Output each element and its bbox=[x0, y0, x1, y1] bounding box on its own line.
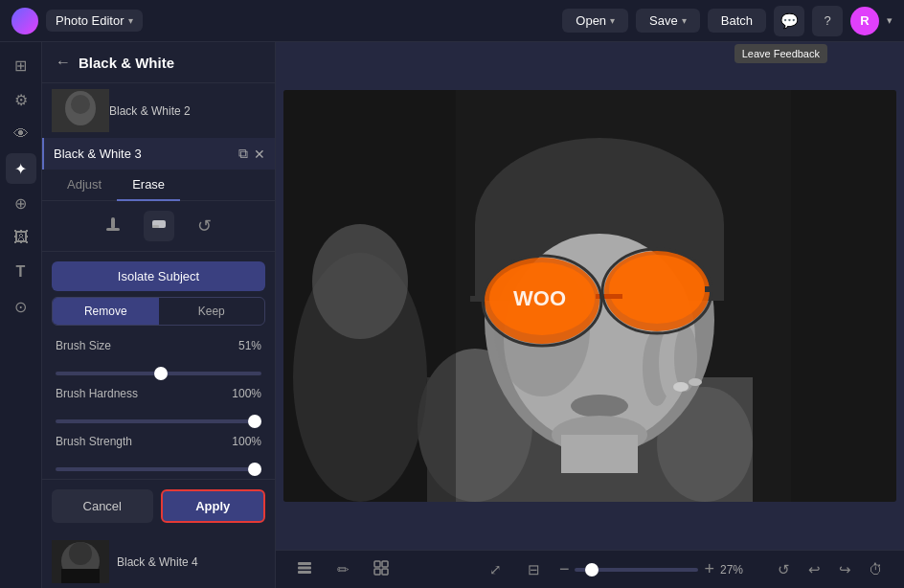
remove-button[interactable]: Remove bbox=[53, 298, 159, 325]
grid-bottom-icon bbox=[373, 559, 390, 579]
eye-tool-button[interactable]: 👁 bbox=[6, 119, 36, 149]
erase-toolbar: ↺ bbox=[42, 201, 275, 252]
zoom-in-icon: + bbox=[704, 559, 714, 578]
avatar-label: R bbox=[860, 13, 869, 28]
isolate-subject-button[interactable]: Isolate Subject bbox=[52, 261, 265, 291]
tab-adjust[interactable]: Adjust bbox=[52, 170, 117, 201]
tab-erase[interactable]: Erase bbox=[117, 170, 180, 201]
copy-icon: ⧉ bbox=[238, 146, 248, 161]
help-icon: ? bbox=[824, 13, 830, 28]
svg-rect-44 bbox=[298, 562, 311, 565]
history-icon: ⏱ bbox=[869, 561, 883, 577]
leave-feedback-tooltip: Leave Feedback bbox=[734, 44, 827, 63]
image-icon: 🖼 bbox=[13, 229, 29, 246]
fit-icon: ⤢ bbox=[489, 561, 502, 578]
layer-label-bw4: Black & White 4 bbox=[117, 555, 198, 569]
brush-strength-slider[interactable] bbox=[56, 467, 261, 471]
edit-bottom-button[interactable]: ✏ bbox=[329, 556, 356, 583]
remove-keep-row: Remove Keep bbox=[52, 297, 265, 326]
main-area: ⊞ ⚙ 👁 ✦ ⊕ 🖼 T ⊙ ← Black & White bbox=[0, 42, 904, 588]
brush-size-value: 51% bbox=[227, 339, 261, 352]
reset-erase-button[interactable]: ↺ bbox=[190, 211, 220, 241]
panel-scroll[interactable]: Black & White 2 Black & White 3 ⧉ ✕ Adju… bbox=[42, 83, 275, 588]
back-icon: ← bbox=[56, 54, 71, 70]
brush-strength-control: Brush Strength 100% bbox=[56, 435, 261, 475]
more-icon: ⊙ bbox=[14, 298, 27, 316]
redo-icon: ↪ bbox=[839, 561, 851, 578]
effects-icon: ✦ bbox=[14, 160, 27, 178]
layers-bottom-button[interactable] bbox=[291, 556, 318, 583]
refresh-icon: ↺ bbox=[778, 561, 790, 578]
svg-rect-6 bbox=[152, 225, 159, 228]
copy-filter-button[interactable]: ⧉ bbox=[238, 146, 248, 162]
svg-rect-43 bbox=[298, 567, 311, 570]
chat-button[interactable]: 💬 bbox=[774, 6, 804, 36]
back-button[interactable]: ← bbox=[56, 54, 71, 71]
help-button[interactable]: ? bbox=[812, 6, 843, 36]
history-button[interactable]: ⏱ bbox=[862, 556, 889, 583]
side-panel: ← Black & White Black & White 2 Black & … bbox=[42, 42, 276, 588]
action-row: Cancel Apply bbox=[42, 479, 275, 532]
svg-rect-34 bbox=[705, 286, 724, 292]
text-tool-button[interactable]: T bbox=[6, 257, 36, 287]
refresh-button[interactable]: ↺ bbox=[770, 556, 797, 583]
crop-fit-icon: ⊟ bbox=[528, 561, 540, 578]
zoom-out-button[interactable]: − bbox=[559, 559, 570, 579]
open-label: Open bbox=[576, 13, 606, 28]
layer-thumb-bw4 bbox=[52, 540, 109, 583]
redo-button[interactable]: ↪ bbox=[831, 556, 858, 583]
text-icon: T bbox=[16, 263, 26, 281]
app-title-chevron-icon: ▾ bbox=[128, 15, 133, 26]
eraser-tool-button[interactable] bbox=[144, 211, 174, 241]
grid-bottom-button[interactable] bbox=[368, 556, 395, 583]
more-tool-button[interactable]: ⊙ bbox=[6, 291, 36, 322]
effects-tool-button[interactable]: ✦ bbox=[6, 153, 36, 184]
crop-fit-button[interactable]: ⊟ bbox=[521, 556, 548, 583]
isolate-label: Isolate Subject bbox=[118, 269, 199, 283]
keep-button[interactable]: Keep bbox=[159, 298, 265, 325]
fit-button[interactable]: ⤢ bbox=[483, 556, 509, 583]
batch-button[interactable]: Batch bbox=[708, 9, 766, 33]
brush-strength-label: Brush Strength bbox=[56, 435, 219, 448]
save-chevron-icon: ▾ bbox=[682, 15, 687, 26]
reset-icon: ↺ bbox=[197, 215, 212, 237]
avatar-button[interactable]: R bbox=[850, 7, 879, 35]
undo-icon: ↩ bbox=[808, 561, 821, 578]
brush-tool-button[interactable] bbox=[98, 211, 128, 241]
save-button[interactable]: Save ▾ bbox=[636, 9, 700, 33]
slider-group: Brush Size 51% Brush Hardness 100% bbox=[42, 335, 275, 479]
canvas-viewport[interactable]: WOO bbox=[276, 42, 904, 550]
brush-size-slider[interactable] bbox=[56, 372, 261, 375]
layer-label-bw2: Black & White 2 bbox=[109, 104, 191, 118]
open-button[interactable]: Open ▾ bbox=[562, 9, 628, 33]
cancel-button[interactable]: Cancel bbox=[52, 489, 153, 523]
layer-item-bw2[interactable]: Black & White 2 bbox=[42, 83, 275, 138]
brush-hardness-slider[interactable] bbox=[56, 419, 261, 423]
app-title-button[interactable]: Photo Editor ▾ bbox=[46, 10, 143, 32]
close-filter-button[interactable]: ✕ bbox=[254, 147, 265, 162]
apply-button[interactable]: Apply bbox=[161, 489, 266, 523]
topbar: Photo Editor ▾ Open ▾ Save ▾ Batch 💬 ? R… bbox=[0, 0, 904, 42]
image-tool-button[interactable]: 🖼 bbox=[6, 222, 36, 253]
brush-size-control: Brush Size 51% bbox=[56, 339, 261, 379]
svg-rect-45 bbox=[374, 561, 380, 567]
undo-button[interactable]: ↩ bbox=[801, 556, 827, 583]
svg-rect-33 bbox=[470, 296, 485, 302]
svg-rect-47 bbox=[374, 569, 380, 575]
canvas-area: WOO bbox=[276, 42, 904, 588]
adjustments-tool-button[interactable]: ⚙ bbox=[6, 84, 36, 115]
svg-point-41 bbox=[312, 224, 408, 339]
layers-bottom-icon bbox=[296, 559, 313, 579]
layer-item-bw4[interactable]: Black & White 4 bbox=[42, 532, 275, 588]
layer-item-bw3[interactable]: Black & White 3 ⧉ ✕ bbox=[42, 138, 275, 170]
svg-rect-37 bbox=[561, 435, 638, 473]
zoom-slider[interactable] bbox=[575, 568, 698, 572]
layers-tool-button[interactable]: ⊞ bbox=[6, 50, 36, 80]
zoom-percent: 27% bbox=[720, 563, 751, 577]
stamp-tool-button[interactable]: ⊕ bbox=[6, 188, 36, 218]
zoom-in-button[interactable]: + bbox=[704, 559, 714, 579]
svg-rect-10 bbox=[61, 569, 100, 583]
svg-point-23 bbox=[673, 382, 689, 392]
stamp-icon: ⊕ bbox=[14, 194, 27, 213]
svg-rect-39 bbox=[791, 90, 896, 502]
